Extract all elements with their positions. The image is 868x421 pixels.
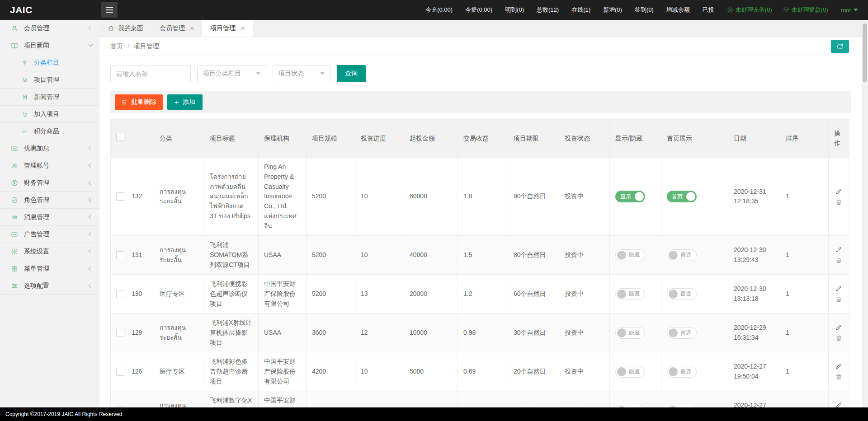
column-header: 显示/隐藏 — [610, 120, 661, 158]
agency-cell: 中国平安财产保险股份有限公司 — [259, 352, 307, 391]
sidebar-item[interactable]: 会员管理 — [0, 20, 99, 37]
min-amount-cell: 5000 — [404, 352, 458, 391]
profit-cell: 1.5 — [458, 236, 508, 275]
display-toggle[interactable]: 隐藏 — [615, 249, 645, 261]
column-header: 首页展示 — [661, 120, 728, 158]
delete-icon[interactable] — [835, 335, 842, 341]
row-checkbox[interactable] — [116, 192, 124, 201]
breadcrumb-item[interactable]: 首页 — [110, 42, 123, 50]
category-select[interactable]: 项目分类栏目 — [197, 65, 266, 82]
scale-cell: 5200 — [307, 158, 355, 236]
batch-delete-button[interactable]: 批量删除 — [115, 94, 163, 110]
sidebar-item[interactable]: 选项配置 — [0, 277, 99, 295]
topbar-stat: 新增(0) — [603, 6, 622, 14]
toggle-knob — [669, 328, 678, 337]
display-toggle[interactable]: 隐藏 — [615, 288, 645, 300]
sidebar-item[interactable]: 系统设置 — [0, 243, 99, 260]
display-toggle[interactable]: 显示 — [615, 191, 645, 202]
edit-icon[interactable] — [835, 363, 842, 370]
date-cell: 2020-12-27 19:50:04 — [728, 352, 780, 391]
name-search-input[interactable] — [110, 65, 191, 82]
status-cell: 投资中 — [559, 275, 610, 313]
cart-icon — [22, 77, 28, 83]
toggle-knob — [617, 367, 626, 376]
row-checkbox[interactable] — [116, 368, 124, 376]
tab[interactable]: 会员管理× — [151, 20, 202, 37]
select-all-checkbox[interactable] — [116, 133, 124, 141]
sidebar-toggle-button[interactable] — [101, 2, 118, 18]
display-toggle-label: 隐藏 — [629, 368, 640, 376]
sidebar-item[interactable]: 财务管理 — [0, 174, 99, 192]
topbar-stat: 增减余额 — [666, 6, 690, 14]
sidebar-item-label: 会员管理 — [24, 24, 49, 33]
topbar-stat: 明到(0) — [505, 6, 524, 14]
sidebar-item[interactable]: 分类栏目 — [0, 54, 99, 71]
status-select[interactable]: 项目状态 — [273, 65, 330, 82]
sidebar-item[interactable]: 广告管理 — [0, 226, 99, 243]
close-tab-icon[interactable]: × — [241, 25, 245, 32]
add-button[interactable]: + 添加 — [167, 94, 203, 110]
display-toggle[interactable]: 隐藏 — [615, 327, 645, 339]
search-button[interactable]: 查询 — [337, 65, 366, 82]
user-menu[interactable]: root — [841, 7, 858, 14]
chevron-left-icon — [89, 146, 93, 151]
table-row: 129การลงทุนระยะสั้น飞利浦X射线计算机体层摄影项目USAA36… — [111, 313, 849, 352]
sliders-icon — [11, 282, 18, 290]
delete-icon[interactable] — [835, 296, 842, 303]
edit-icon[interactable] — [835, 285, 842, 292]
sidebar-item[interactable]: 菜单管理 — [0, 260, 99, 277]
sidebar-item[interactable]: 项目新闻 — [0, 37, 99, 54]
close-tab-icon[interactable]: × — [190, 25, 194, 32]
sidebar-item-label: 管理帐号 — [24, 162, 49, 170]
edit-icon[interactable] — [835, 188, 842, 195]
sidebar-item[interactable]: 消息管理 — [0, 209, 99, 226]
category-cell: การลงทุนระยะสั้น — [154, 313, 204, 352]
homepage-toggle[interactable]: 普通 — [667, 366, 697, 378]
topbar-alert-link[interactable]: 未处理提款(0) — [783, 6, 828, 14]
row-select-wrap: 129 — [116, 328, 148, 338]
display-toggle-cell: 显示 — [610, 158, 661, 236]
edit-icon[interactable] — [835, 324, 842, 331]
homepage-toggle-cell: 普通 — [661, 352, 728, 391]
sidebar-item-label: 菜单管理 — [24, 265, 49, 273]
topbar-stat: 今提(0.00) — [465, 6, 492, 14]
edit-icon[interactable] — [835, 246, 842, 253]
app-logo: JAIC — [0, 5, 99, 15]
scrollbar-thumb[interactable] — [863, 23, 867, 82]
delete-icon[interactable] — [835, 199, 842, 206]
homepage-toggle[interactable]: 首页 — [667, 191, 697, 202]
row-checkbox[interactable] — [116, 290, 124, 298]
homepage-toggle[interactable]: 普通 — [667, 288, 697, 300]
row-select-cell: 126 — [111, 352, 154, 391]
delete-icon[interactable] — [835, 374, 842, 380]
sidebar-item[interactable]: 加入项目 — [0, 106, 99, 123]
tab[interactable]: 我的桌面 — [99, 20, 151, 37]
trash-icon — [121, 99, 127, 105]
sidebar-item[interactable]: 角色管理 — [0, 192, 99, 209]
sidebar-item[interactable]: 优惠加息 — [0, 140, 99, 157]
person-icon — [11, 25, 18, 32]
breadcrumb-separator: / — [127, 43, 129, 50]
tab[interactable]: 项目管理× — [202, 20, 253, 37]
coin-icon — [727, 7, 733, 13]
vertical-scrollbar[interactable] — [862, 20, 868, 407]
sidebar-item[interactable]: 管理帐号 — [0, 157, 99, 174]
topbar-alert-link[interactable]: 未处理充值(0) — [727, 6, 772, 14]
homepage-toggle[interactable]: 普通 — [667, 249, 697, 261]
scale-cell: 4200 — [307, 352, 355, 391]
chevron-left-icon — [89, 232, 93, 237]
sidebar-item[interactable]: 新闻管理 — [0, 89, 99, 106]
delete-icon[interactable] — [835, 257, 842, 264]
breadcrumb-item: 项目管理 — [134, 42, 159, 50]
sidebar-item[interactable]: 项目管理 — [0, 71, 99, 89]
homepage-toggle[interactable]: 普通 — [667, 327, 697, 339]
row-checkbox[interactable] — [116, 329, 124, 337]
edit-icon[interactable] — [835, 402, 842, 407]
row-checkbox[interactable] — [116, 251, 124, 259]
row-select-cell: 125 — [111, 391, 154, 407]
display-toggle[interactable]: 隐藏 — [615, 366, 645, 378]
refresh-button[interactable] — [831, 40, 849, 53]
status-cell: 投资中 — [559, 236, 610, 275]
sidebar-item-label: 新闻管理 — [34, 93, 59, 101]
sidebar-item[interactable]: 积分商品 — [0, 123, 99, 140]
